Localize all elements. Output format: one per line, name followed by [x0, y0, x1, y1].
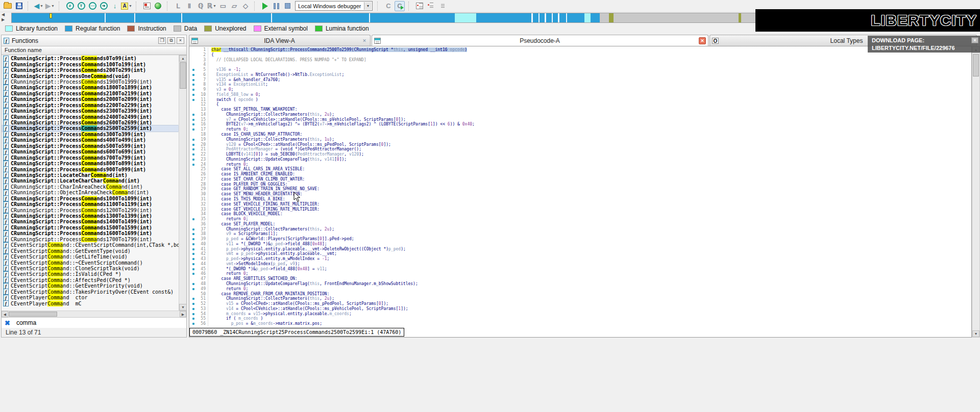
function-list-item[interactable]: fCRunningScript::ProcessCommands800To899…: [2, 161, 179, 166]
function-list-item[interactable]: fCEventScriptCommand::CloneScriptTask(vo…: [2, 266, 179, 271]
code-line[interactable]: 49 return 0;: [189, 287, 971, 292]
code-line-text[interactable]: vmt->SetModelIndex(p_ped, v9);: [208, 262, 300, 267]
code-line-text[interactable]: v14 = CPool<CVehicle>::atHandle(CPools::…: [208, 306, 408, 312]
navband-segment[interactable]: [558, 13, 559, 23]
code-line-text[interactable]: CRunningScript::CollectParameters(this, …: [208, 137, 334, 142]
navband-segment[interactable]: [545, 13, 546, 23]
function-list-item[interactable]: fCRunningScript::ProcessCommands2400To24…: [2, 114, 179, 119]
code-line[interactable]: 31 case IS_THIS_MODEL_A_BIKE:: [189, 197, 971, 202]
code-line-text[interactable]: CRunningScript::CollectParameters(this, …: [208, 227, 334, 232]
navband-scroll-arrows[interactable]: ◀▶: [2, 12, 10, 23]
dropdown-arrow-icon[interactable]: ▼: [364, 2, 372, 10]
code-line[interactable]: 24 return 0;: [189, 162, 971, 167]
code-line-text[interactable]: return 0;: [208, 127, 248, 132]
code-line[interactable]: 44 vmt->SetModelIndex(p_ped, v9);: [189, 262, 971, 267]
debugger-selector-dropdown[interactable]: Local Windows debugger▼: [295, 1, 373, 11]
functions-view-button[interactable]: ▱: [229, 1, 239, 11]
code-line-text[interactable]: case SET_PETROL_TANK_WEAKPOINT:: [208, 107, 298, 112]
panel-restore-icon[interactable]: ❒: [158, 37, 166, 44]
function-list-item[interactable]: fCEventScriptCommand::GetLifeTime(void): [2, 254, 179, 260]
breakpoints-window-button[interactable]: [414, 1, 425, 11]
code-line-text[interactable]: v134 = ExceptionList;: [208, 82, 268, 87]
code-line-text[interactable]: p_ped->physical.entity.placeable.__vmt->…: [208, 247, 406, 252]
function-list-item[interactable]: fCRunningScript::ProcessCommands400To499…: [2, 137, 179, 143]
code-line[interactable]: 7 v135 = &eh_handler_47a760;: [189, 78, 971, 83]
functions-hscrollbar-thumb[interactable]: [9, 312, 57, 317]
function-list-item[interactable]: fCEventPlayerCommand__ctor: [2, 295, 179, 300]
tab-ida-view-a[interactable]: IDA View-A✕: [189, 35, 371, 46]
code-line-text[interactable]: CRunningScript::CollectParameters(this, …: [208, 296, 334, 301]
scroll-right-icon[interactable]: ▶: [180, 311, 186, 317]
function-name-column-header[interactable]: Function name: [2, 46, 186, 55]
function-list-item[interactable]: fCRunningScript::ProcessCommands2600To26…: [2, 120, 179, 125]
pause-process-button[interactable]: [272, 1, 282, 11]
function-list-item[interactable]: fCRunningScript::ProcessCommands300To399…: [2, 132, 179, 137]
code-line[interactable]: 2{: [189, 53, 971, 58]
tab-pseudocode-a[interactable]: Pseudocode-A✕: [372, 35, 708, 46]
code-line-text[interactable]: [208, 62, 211, 67]
code-line-text[interactable]: p_pos = &m_coords->matrix.matrix.pos;: [208, 321, 322, 326]
code-line[interactable]: 50 case REMOVE_CHAR_FROM_CAR_MAINTAIN_PO…: [189, 292, 971, 297]
local-types-button[interactable]: ℝ▼: [207, 1, 217, 11]
code-line-text[interactable]: PedAttractorManager = (void *)GetPedAttr…: [208, 147, 361, 152]
function-list-item[interactable]: fCRunningScript::ProcessCommands1800To18…: [2, 85, 179, 90]
function-list-item[interactable]: fCRunningScript::ProcessCommands2100To21…: [2, 91, 179, 96]
code-line[interactable]: 4: [189, 62, 971, 67]
scroll-left-icon[interactable]: ◀: [2, 311, 8, 317]
code-line[interactable]: 16 BYTE2(v7->m_nVehicleFlags2) ^= (BYTE2…: [189, 122, 971, 127]
code-line-text[interactable]: case REMOVE_CHAR_FROM_CAR_MAINTAIN_POSIT…: [208, 292, 329, 297]
code-line[interactable]: 53 v14 = CPool<CVehicle>::atHandle(CPool…: [189, 306, 971, 312]
jump-to-segment-button[interactable]: ➔: [99, 1, 109, 11]
code-line[interactable]: 51 CRunningScript::CollectParameters(thi…: [189, 296, 971, 301]
code-line[interactable]: 12 {: [189, 102, 971, 107]
navband-segment[interactable]: [476, 13, 584, 23]
panel-float-icon[interactable]: ⧉: [167, 37, 175, 44]
function-list-item[interactable]: fCEventScriptCommand::TakesPriorityOver(…: [2, 289, 179, 295]
code-line[interactable]: 55 if ( m_coords ): [189, 316, 971, 321]
function-list-item[interactable]: fCRunningScript::ProcessCommands100To199…: [2, 61, 179, 67]
function-list-item[interactable]: fCRunningScript::LocateCharCommand(int): [2, 172, 179, 178]
code-line-text[interactable]: // [COLLAPSED LOCAL DECLARATIONS. PRESS …: [208, 58, 366, 63]
code-line[interactable]: 28 case PLAYER_PUT_ON_GOGGLES:: [189, 182, 971, 187]
code-line-text[interactable]: case PLAYER_PUT_ON_GOGGLES:: [208, 182, 287, 187]
jump-to-function-button[interactable]: ⋯: [87, 1, 97, 11]
navband-segment[interactable]: [591, 13, 600, 23]
code-line-text[interactable]: switch ( opcode ): [208, 97, 258, 102]
problems-button[interactable]: ◇: [240, 1, 251, 11]
navband-segment[interactable]: [105, 13, 106, 23]
quick-compile-button[interactable]: C: [383, 1, 394, 11]
code-line-text[interactable]: case SET_CHAR_CAN_CLIMB_OUT_WATER:: [208, 177, 305, 182]
unions-button[interactable]: ℚ: [195, 1, 206, 11]
code-line-text[interactable]: v7 = CPool<CVehicle>::atHandle(CPools::m…: [208, 117, 406, 122]
scroll-up-icon[interactable]: ▲: [179, 55, 186, 62]
code-line[interactable]: 47 case ARE_SUBTITLES_SWITCHED_ON:: [189, 276, 971, 281]
panel-close-icon[interactable]: ×: [177, 37, 184, 44]
code-line[interactable]: 29 case GET_RANDOM_TRAIN_IN_SPHERE_NO_SA…: [189, 187, 971, 192]
function-list-item[interactable]: fCEventScriptCommand::AffectsPed(CPed *): [2, 277, 179, 283]
segments-button[interactable]: ▭: [218, 1, 228, 11]
function-list-item[interactable]: fCRunningScript::ProcessCommands900To999…: [2, 166, 179, 172]
open-file-icon[interactable]: [3, 1, 13, 11]
navband-segment[interactable]: [271, 13, 272, 23]
code-line[interactable]: 13 case SET_PETROL_TANK_WEAKPOINT:: [189, 107, 971, 112]
function-list-item[interactable]: fCRunningScript::CharInAreaCheckCommand(…: [2, 184, 179, 190]
function-list-item[interactable]: fCEventScriptCommand::GetEventType(void): [2, 248, 179, 253]
code-line-text[interactable]: v11 = *(_DWORD *)&p_ped->field_488[0x48]…: [208, 242, 327, 247]
code-line-text[interactable]: case BLOCK_VEHICLE_MODEL:: [208, 212, 283, 217]
watches-window-button[interactable]: [426, 1, 436, 11]
code-line-text[interactable]: BYTE2(v7->m_nVehicleFlags2) ^= (BYTE2(v7…: [208, 122, 475, 127]
code-line-text[interactable]: case IS_CHAR_USING_MAP_ATTRACTOR:: [208, 132, 302, 137]
functions-search-bar[interactable]: ✖ comma: [2, 317, 186, 328]
code-line-text[interactable]: LOBYTE(v141[0]) = sub_5EBCB0(PedAttracto…: [208, 152, 364, 157]
code-line[interactable]: 45 *(_DWORD *)&p_ped->field_488[0x48] = …: [189, 267, 971, 272]
code-line[interactable]: 11 switch ( opcode ): [189, 97, 971, 102]
stop-process-button[interactable]: [283, 1, 293, 11]
navband-segment[interactable]: [531, 13, 533, 23]
code-line[interactable]: 20 v120 = CPool<CPed>::atHandle(CPools::…: [189, 142, 971, 147]
navband-segment[interactable]: [538, 13, 540, 23]
scroll-down-icon[interactable]: ▼: [179, 304, 186, 311]
code-line[interactable]: 46 return 0;: [189, 271, 971, 276]
code-line[interactable]: 14 CRunningScript::CollectParameters(thi…: [189, 112, 971, 117]
navband-segment[interactable]: [134, 13, 135, 23]
function-list-item[interactable]: fCEventScriptCommand::GetEventPriority(v…: [2, 283, 179, 289]
